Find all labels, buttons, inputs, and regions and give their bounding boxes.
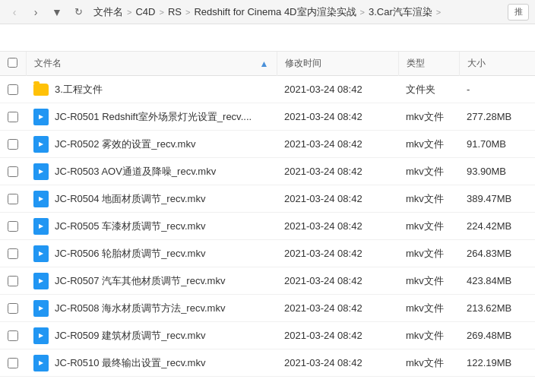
row-checkbox[interactable] [8, 276, 18, 286]
refresh-button[interactable]: ↻ [70, 4, 87, 21]
row-type-cell: mkv文件 [398, 103, 459, 131]
dropdown-button[interactable]: ▼ [49, 4, 65, 21]
row-checkbox-cell[interactable] [0, 267, 26, 295]
row-type-cell: mkv文件 [398, 158, 459, 185]
row-checkbox[interactable] [8, 194, 18, 204]
file-name-label: JC-R0504 地面材质调节_recv.mkv [55, 192, 205, 206]
file-name-label: JC-R0503 AOV通道及降噪_recv.mkv [55, 165, 216, 179]
row-mtime-cell: 2021-03-24 08:42 [277, 158, 398, 185]
select-all-checkbox[interactable] [8, 58, 17, 68]
sort-icon: ▲ [260, 58, 269, 69]
row-mtime-cell: 2021-03-24 08:42 [277, 76, 398, 103]
row-type-cell: mkv文件 [398, 240, 459, 267]
file-name-label: JC-R0508 海水材质调节方法_recv.mkv [55, 302, 225, 315]
row-name-cell[interactable]: JC-R0506 轮胎材质调节_recv.mkv [26, 240, 277, 267]
row-size-cell: 224.42MB [459, 213, 535, 240]
header-checkbox-cell[interactable] [0, 52, 26, 76]
file-name-label: JC-R0506 轮胎材质调节_recv.mkv [55, 247, 205, 261]
breadcrumb-sep-5: > [436, 8, 441, 17]
row-checkbox[interactable] [8, 358, 18, 368]
toolbar [0, 24, 535, 52]
table-row: JC-R0510 最终输出设置_recv.mkv2021-03-24 08:42… [0, 349, 535, 377]
row-checkbox-cell[interactable] [0, 76, 26, 103]
row-checkbox[interactable] [8, 248, 18, 259]
table-row: JC-R0509 建筑材质调节_recv.mkv2021-03-24 08:42… [0, 322, 535, 349]
video-icon [33, 218, 49, 235]
row-checkbox-cell[interactable] [0, 240, 26, 267]
breadcrumb-course[interactable]: Redshift for Cinema 4D室内渲染实战 [192, 4, 358, 21]
row-type-cell: mkv文件 [398, 295, 459, 322]
push-button[interactable]: 推 [508, 4, 529, 21]
row-size-cell: - [459, 76, 535, 103]
video-icon [33, 300, 49, 317]
row-name-cell[interactable]: JC-R0509 建筑材质调节_recv.mkv [26, 322, 277, 349]
breadcrumb-c4d[interactable]: C4D [133, 5, 157, 19]
video-icon [33, 191, 49, 207]
header-name[interactable]: 文件名 ▲ [26, 52, 277, 76]
row-name-cell[interactable]: JC-R0507 汽车其他材质调节_recv.mkv [26, 267, 277, 295]
table-row: JC-R0508 海水材质调节方法_recv.mkv2021-03-24 08:… [0, 295, 535, 322]
row-checkbox[interactable] [8, 139, 18, 150]
row-size-cell: 264.83MB [459, 240, 535, 267]
breadcrumb-mydrive[interactable]: 文件名 [91, 4, 125, 21]
table-row: JC-R0503 AOV通道及降噪_recv.mkv2021-03-24 08:… [0, 158, 535, 185]
file-tbody: 3.工程文件2021-03-24 08:42文件夹-JC-R0501 Redsh… [0, 76, 535, 377]
row-name-cell[interactable]: JC-R0510 最终输出设置_recv.mkv [26, 349, 277, 377]
file-name-label: JC-R0505 车漆材质调节_recv.mkv [55, 220, 205, 233]
row-checkbox[interactable] [8, 221, 18, 232]
video-icon [33, 273, 49, 289]
row-type-cell: mkv文件 [398, 131, 459, 158]
header-size[interactable]: 大小 [459, 52, 535, 76]
row-mtime-cell: 2021-03-24 08:42 [277, 349, 398, 377]
video-icon [33, 327, 49, 344]
row-name-cell[interactable]: JC-R0505 车漆材质调节_recv.mkv [26, 213, 277, 240]
row-mtime-cell: 2021-03-24 08:42 [277, 240, 398, 267]
breadcrumb-sep-1: > [127, 8, 131, 17]
file-name-label: JC-R0507 汽车其他材质调节_recv.mkv [55, 274, 225, 288]
header-mtime[interactable]: 修改时间 [277, 52, 398, 76]
row-size-cell: 122.19MB [459, 349, 535, 377]
row-size-cell: 423.84MB [459, 267, 535, 295]
row-size-cell: 269.48MB [459, 322, 535, 349]
row-name-cell[interactable]: JC-R0501 Redshift室外场景灯光设置_recv.... [26, 103, 277, 131]
row-checkbox-cell[interactable] [0, 185, 26, 213]
breadcrumb-current[interactable]: 3.Car汽车渲染 [366, 4, 435, 21]
row-type-cell: mkv文件 [398, 213, 459, 240]
row-checkbox[interactable] [8, 303, 18, 314]
row-type-cell: mkv文件 [398, 322, 459, 349]
header-type[interactable]: 类型 [398, 52, 459, 76]
row-name-cell[interactable]: JC-R0502 雾效的设置_recv.mkv [26, 131, 277, 158]
row-checkbox-cell[interactable] [0, 103, 26, 131]
breadcrumb-rs[interactable]: RS [166, 5, 184, 19]
row-name-cell[interactable]: JC-R0503 AOV通道及降噪_recv.mkv [26, 158, 277, 185]
row-checkbox-cell[interactable] [0, 158, 26, 185]
row-mtime-cell: 2021-03-24 08:42 [277, 103, 398, 131]
row-mtime-cell: 2021-03-24 08:42 [277, 131, 398, 158]
row-checkbox[interactable] [8, 330, 18, 341]
file-name-label: 3.工程文件 [55, 83, 103, 96]
video-icon [33, 245, 49, 262]
row-checkbox[interactable] [8, 166, 18, 177]
video-icon [33, 109, 49, 125]
row-mtime-cell: 2021-03-24 08:42 [277, 267, 398, 295]
row-name-cell[interactable]: 3.工程文件 [26, 76, 277, 103]
breadcrumb-sep-2: > [159, 8, 163, 17]
table-header-row: 文件名 ▲ 修改时间 类型 大小 [0, 52, 535, 76]
file-list-container: 文件名 ▲ 修改时间 类型 大小 3.工程文件2021-03-24 08:42文… [0, 52, 535, 392]
row-name-cell[interactable]: JC-R0504 地面材质调节_recv.mkv [26, 185, 277, 213]
row-size-cell: 277.28MB [459, 103, 535, 131]
row-checkbox-cell[interactable] [0, 131, 26, 158]
row-checkbox[interactable] [8, 112, 18, 122]
row-checkbox[interactable] [8, 84, 18, 95]
back-button[interactable]: ‹ [6, 4, 23, 21]
row-type-cell: mkv文件 [398, 349, 459, 377]
table-row: JC-R0504 地面材质调节_recv.mkv2021-03-24 08:42… [0, 185, 535, 213]
row-checkbox-cell[interactable] [0, 322, 26, 349]
row-checkbox-cell[interactable] [0, 349, 26, 377]
forward-button[interactable]: › [27, 4, 44, 21]
row-checkbox-cell[interactable] [0, 213, 26, 240]
row-checkbox-cell[interactable] [0, 295, 26, 322]
video-icon [33, 136, 49, 153]
breadcrumb: 文件名 > C4D > RS > Redshift for Cinema 4D室… [91, 4, 503, 21]
row-name-cell[interactable]: JC-R0508 海水材质调节方法_recv.mkv [26, 295, 277, 322]
